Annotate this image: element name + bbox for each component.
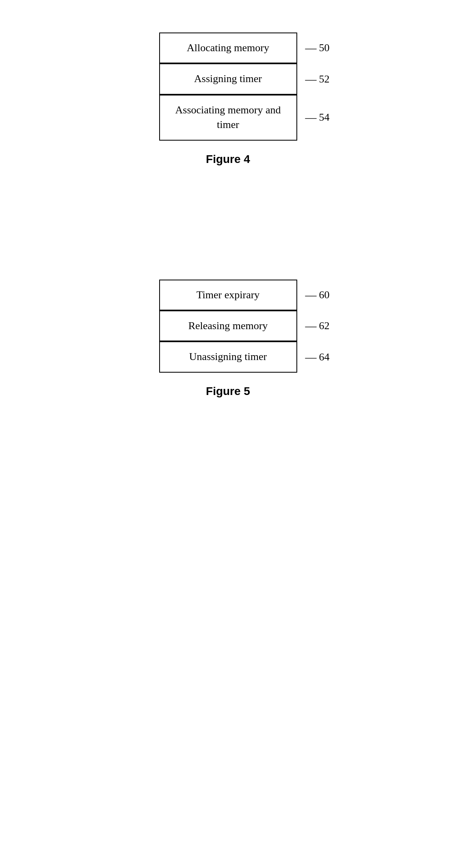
box-releasing-memory: Releasing memory bbox=[159, 310, 297, 341]
step-54-label: Associating memory and timer bbox=[175, 103, 281, 132]
flow-row-60: Timer expirary — 60 bbox=[159, 280, 297, 310]
bracket-64: — bbox=[305, 351, 317, 364]
flow-row-50: Allocating memory — 50 bbox=[159, 33, 297, 63]
figure5-label: Figure 5 bbox=[206, 385, 250, 398]
figure4-label: Figure 4 bbox=[206, 153, 250, 166]
box-unassigning-timer: Unassigning timer bbox=[159, 341, 297, 372]
box-allocating-memory: Allocating memory bbox=[159, 33, 297, 63]
box-associating-memory: Associating memory and timer bbox=[159, 95, 297, 141]
step-50-label: Allocating memory bbox=[187, 42, 269, 54]
box-assigning-timer: Assigning timer bbox=[159, 63, 297, 94]
figure4-flow: Allocating memory — 50 Assigning timer —… bbox=[159, 33, 297, 141]
bracket-60: — bbox=[305, 289, 317, 302]
step-52-label: Assigning timer bbox=[194, 73, 262, 85]
step-60-label: Timer expirary bbox=[197, 289, 260, 301]
flow-row-52: Assigning timer — 52 bbox=[159, 63, 297, 94]
ref-50: — 50 bbox=[305, 41, 330, 54]
bracket-52: — bbox=[305, 73, 317, 86]
flow-row-64: Unassigning timer — 64 bbox=[159, 341, 297, 372]
ref-60-number: 60 bbox=[319, 289, 330, 301]
ref-62-number: 62 bbox=[319, 320, 330, 332]
flow-row-62: Releasing memory — 62 bbox=[159, 310, 297, 341]
ref-52: — 52 bbox=[305, 73, 330, 86]
flow-row-54: Associating memory and timer — 54 bbox=[159, 95, 297, 141]
figure5-section: Timer expirary — 60 Releasing memory — 6… bbox=[24, 263, 432, 398]
bracket-50: — bbox=[305, 41, 317, 54]
bracket-62: — bbox=[305, 319, 317, 332]
figure5-flow: Timer expirary — 60 Releasing memory — 6… bbox=[159, 280, 297, 373]
ref-54: — 54 bbox=[305, 111, 330, 124]
ref-50-number: 50 bbox=[319, 42, 330, 54]
ref-64: — 64 bbox=[305, 351, 330, 364]
step-64-label: Unassigning timer bbox=[189, 351, 267, 362]
figure4-section: Allocating memory — 50 Assigning timer —… bbox=[24, 16, 432, 166]
ref-60: — 60 bbox=[305, 289, 330, 302]
box-timer-expirary: Timer expirary bbox=[159, 280, 297, 310]
ref-62: — 62 bbox=[305, 319, 330, 332]
ref-54-number: 54 bbox=[319, 111, 330, 124]
ref-52-number: 52 bbox=[319, 73, 330, 85]
ref-64-number: 64 bbox=[319, 351, 330, 363]
bracket-54: — bbox=[305, 111, 317, 124]
step-62-label: Releasing memory bbox=[188, 320, 268, 332]
